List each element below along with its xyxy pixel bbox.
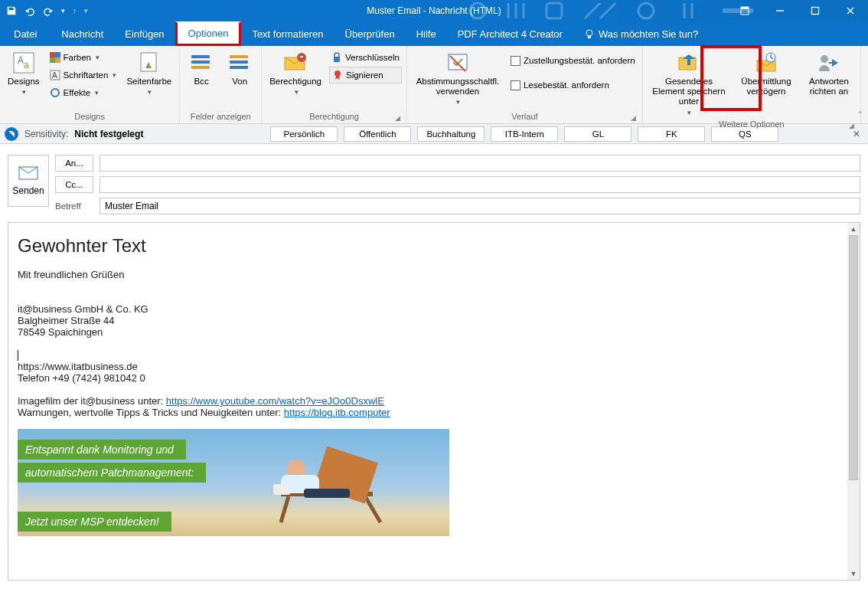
page-color-icon (137, 51, 162, 75)
bcc-icon (189, 51, 214, 75)
subject-label: Betreff (55, 201, 93, 211)
send-label: Senden (12, 185, 44, 196)
sensitivity-label: Sensitivity: (24, 129, 68, 139)
svg-rect-4 (741, 7, 749, 9)
svg-rect-12 (50, 52, 55, 57)
sensitivity-tab[interactable]: GL (564, 126, 631, 142)
close-button[interactable] (833, 0, 868, 21)
voting-buttons-button[interactable]: Abstimmungsschaltfl. verwenden▾ (412, 49, 504, 108)
title-bar: ▾ ↕ ▾ Muster Email - Nachricht (HTML) (0, 0, 868, 21)
sensitivity-tab[interactable]: Buchhaltung (417, 126, 485, 142)
message-body-container: Gewohnter Text Mit freundlichen Grüßen i… (8, 222, 860, 581)
redo-icon[interactable] (43, 5, 54, 16)
collapse-ribbon-icon[interactable]: ˄ (858, 110, 862, 119)
message-body[interactable]: Gewohnter Text Mit freundlichen Grüßen i… (8, 223, 847, 580)
tab-insert[interactable]: Einfügen (114, 21, 175, 46)
qat-more-icon[interactable]: ▾ (61, 7, 65, 15)
theme-colors-button[interactable]: Farben▾ (47, 49, 119, 66)
scroll-track[interactable] (847, 235, 860, 568)
sensitivity-tag-icon (5, 127, 18, 141)
tips-prefix: Warnungen, wertvolle Tipps & Tricks und … (18, 407, 284, 418)
to-button[interactable]: An... (55, 155, 93, 172)
tell-me-label: Was möchten Sie tun? (599, 28, 698, 40)
cc-input[interactable] (100, 176, 860, 193)
body-scrollbar[interactable]: ▲ ▼ (847, 223, 860, 580)
direct-replies-button[interactable]: Antworten richten an (802, 49, 856, 98)
delay-delivery-button[interactable]: Übermittlung verzögern (735, 49, 798, 98)
tab-options[interactable]: Optionen (175, 21, 242, 46)
group-fields-label: Felder anzeigen (184, 110, 256, 123)
svg-rect-24 (230, 61, 248, 64)
theme-effects-label: Effekte (64, 88, 91, 97)
svg-point-7 (586, 30, 592, 36)
send-button[interactable]: Senden (8, 155, 49, 207)
permission-button[interactable]: Berechtigung▾ (266, 49, 325, 98)
tab-pdf-architect[interactable]: PDF Architect 4 Creator (447, 21, 573, 46)
to-input[interactable] (100, 155, 860, 172)
imagefilm-link[interactable]: https://www.youtube.com/watch?v=eJOo0Dsx… (166, 395, 384, 407)
bcc-button[interactable]: Bcc (184, 49, 218, 88)
from-button[interactable]: Von (223, 49, 256, 88)
svg-rect-22 (191, 66, 210, 69)
tab-file[interactable]: Datei (3, 21, 47, 46)
touch-mode-icon[interactable]: ↕ (73, 7, 77, 15)
request-read-receipt[interactable]: Lesebestät. anfordern (508, 77, 638, 93)
tips-link[interactable]: https://blog.itb.computer (284, 407, 390, 418)
send-icon (18, 165, 39, 181)
qat-overflow-icon[interactable]: ▾ (84, 7, 88, 15)
compose-header: Senden An... Cc... Betreff (0, 144, 868, 218)
svg-rect-28 (300, 56, 303, 57)
imagefilm-prefix: Imagefilm der it@business unter: (18, 395, 166, 407)
more-options-launcher-icon[interactable]: ◢ (849, 122, 854, 129)
tab-review[interactable]: Überprüfen (334, 21, 406, 46)
theme-effects-button[interactable]: Effekte▾ (47, 84, 119, 101)
svg-rect-20 (191, 55, 210, 58)
svg-rect-1 (547, 3, 562, 18)
save-sent-item-button[interactable]: Gesendetes Element speichern unter▾ (648, 49, 730, 118)
request-delivery-receipt[interactable]: Zustellungsbestät. anfordern (508, 52, 638, 69)
save-icon[interactable] (6, 5, 17, 16)
encrypt-button[interactable]: Verschlüsseln (329, 49, 402, 66)
cc-button[interactable]: Cc... (55, 176, 93, 193)
undo-icon[interactable] (24, 5, 35, 16)
svg-rect-15 (55, 57, 60, 63)
sensitivity-tab[interactable]: Persönlich (270, 126, 338, 142)
themes-button[interactable]: Aa Designs▾ (5, 49, 43, 98)
scroll-thumb[interactable] (849, 235, 858, 480)
sig-company: it@business GmbH & Co. KG (18, 303, 838, 315)
svg-rect-8 (588, 36, 591, 38)
lock-icon (331, 52, 342, 63)
tab-tell-me[interactable]: Was möchten Sie tun? (573, 21, 709, 46)
checkbox-icon (511, 80, 520, 90)
minimize-button[interactable] (762, 0, 798, 21)
maximize-button[interactable] (798, 0, 833, 21)
page-color-button[interactable]: Seitenfarbe▾ (123, 49, 175, 98)
sensitivity-tab[interactable]: ITB-Intern (491, 126, 558, 142)
sign-button[interactable]: Signieren (329, 67, 402, 83)
sensitivity-tab[interactable]: Öffentlich (344, 126, 411, 142)
svg-rect-23 (230, 55, 248, 58)
permission-launcher-icon[interactable]: ◢ (395, 114, 400, 122)
signature-banner[interactable]: Entspannt dank Monitoring und automatisc… (18, 429, 449, 536)
subject-input[interactable] (100, 198, 860, 214)
theme-fonts-button[interactable]: ASchriftarten▾ (47, 67, 119, 83)
sig-imagefilm-line: Imagefilm der it@business unter: https:/… (18, 395, 838, 407)
svg-rect-44 (273, 484, 290, 495)
svg-point-0 (470, 3, 485, 18)
theme-fonts-label: Schriftarten (64, 70, 109, 80)
tab-message[interactable]: Nachricht (51, 21, 114, 46)
svg-point-2 (638, 3, 654, 18)
tab-help[interactable]: Hilfe (406, 21, 447, 46)
fonts-icon: A (50, 70, 60, 80)
scroll-up-icon[interactable]: ▲ (847, 223, 860, 235)
voting-label: Abstimmungsschaltfl. verwenden (415, 77, 501, 97)
tracking-launcher-icon[interactable]: ◢ (631, 114, 636, 122)
ribbon-tabs: Datei Nachricht Einfügen Optionen Text f… (0, 21, 868, 46)
svg-point-30 (334, 70, 341, 77)
themes-icon: Aa (11, 51, 36, 75)
scroll-down-icon[interactable]: ▼ (847, 568, 860, 580)
ribbon-display-options-icon[interactable] (727, 0, 762, 21)
themes-label: Designs (8, 77, 40, 87)
svg-rect-21 (191, 61, 210, 64)
tab-format[interactable]: Text formatieren (241, 21, 334, 46)
